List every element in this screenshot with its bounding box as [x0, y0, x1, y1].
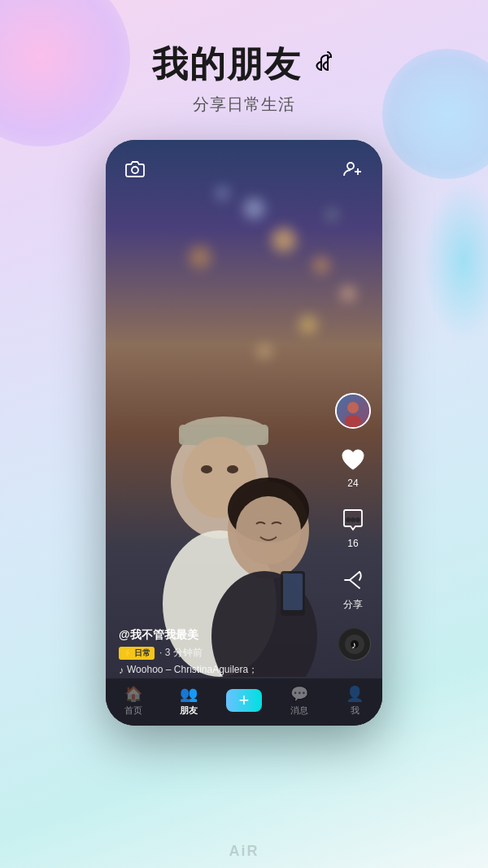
comment-icon [337, 504, 369, 536]
music-info: ♪ Woohoo – ChristinaAguilera； [119, 663, 333, 677]
share-button[interactable]: 分享 [337, 564, 369, 612]
bottom-navigation: 🏠 首页 👥 朋友 + 💬 消息 👤 我 [106, 678, 382, 726]
nav-friends[interactable]: 👥 朋友 [161, 685, 216, 717]
svg-point-9 [236, 496, 301, 565]
header-section: 我的朋友 分享日常生活 [0, 0, 488, 132]
watermark: AiR [0, 843, 488, 860]
plus-icon: + [239, 690, 250, 711]
tiktok-music-icon [310, 49, 336, 75]
messages-label: 消息 [290, 704, 308, 717]
heart-icon [337, 443, 369, 476]
sub-title: 分享日常生活 [0, 94, 488, 116]
profile-icon: 👤 [346, 685, 364, 703]
home-label: 首页 [124, 704, 142, 717]
svg-point-22 [355, 517, 360, 522]
nav-add[interactable]: + [216, 689, 272, 712]
right-sidebar: 24 16 [335, 393, 371, 612]
home-icon: 🏠 [124, 685, 142, 703]
svg-point-5 [227, 465, 238, 473]
friends-icon: 👥 [180, 685, 198, 703]
phone-mockup: 24 16 [106, 140, 382, 726]
svg-point-4 [201, 465, 212, 473]
camera-icon[interactable] [122, 156, 148, 182]
daily-text: 日常 [134, 648, 150, 659]
svg-text:♪: ♪ [351, 639, 356, 651]
share-icon [337, 564, 369, 596]
svg-point-14 [347, 163, 354, 169]
user-avatar[interactable] [335, 393, 371, 429]
post-info: @我不管我最美 ⚡ 日常 · 3 分钟前 ♪ Woohoo – Christin… [119, 628, 333, 677]
phone-top-bar [106, 156, 382, 182]
music-note-icon: ♪ [119, 665, 124, 676]
nav-home[interactable]: 🏠 首页 [106, 685, 161, 717]
add-friend-icon[interactable] [340, 156, 366, 182]
post-time: · 3 分钟前 [159, 646, 203, 660]
nav-messages[interactable]: 💬 消息 [272, 685, 327, 717]
svg-point-18 [347, 402, 359, 413]
daily-tag: ⚡ 日常 [119, 647, 155, 660]
share-label: 分享 [343, 598, 363, 612]
phone-container: 24 16 [0, 140, 488, 726]
music-disc[interactable]: ♪ [338, 628, 371, 661]
nav-profile[interactable]: 👤 我 [327, 685, 382, 717]
comment-count: 16 [347, 538, 358, 549]
svg-point-13 [132, 167, 138, 173]
lightning-icon: ⚡ [123, 648, 133, 657]
svg-rect-12 [283, 574, 303, 610]
song-name: Woohoo – ChristinaAguilera； [127, 663, 258, 677]
tag-row: ⚡ 日常 · 3 分钟前 [119, 646, 333, 660]
messages-icon: 💬 [290, 685, 308, 703]
main-title: 我的朋友 [0, 41, 488, 89]
svg-point-21 [351, 517, 355, 522]
add-post-button[interactable]: + [226, 689, 262, 712]
title-text: 我的朋友 [152, 41, 302, 89]
like-count: 24 [347, 478, 358, 489]
friends-label: 朋友 [180, 704, 198, 717]
username: @我不管我最美 [119, 628, 333, 643]
like-button[interactable]: 24 [337, 443, 369, 489]
profile-label: 我 [351, 704, 359, 717]
comment-button[interactable]: 16 [337, 504, 369, 549]
svg-point-20 [346, 517, 351, 522]
